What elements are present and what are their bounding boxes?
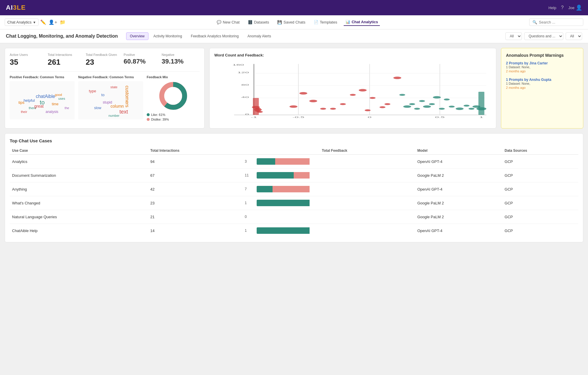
tab-overview[interactable]: Overview <box>126 32 148 40</box>
svg-point-42 <box>429 103 435 105</box>
chat-analytics-label: Chat Analytics <box>352 20 378 24</box>
alert-detail-1: 1 Dataset: None, <box>506 65 578 69</box>
filter-all-1[interactable]: All <box>505 32 522 40</box>
stats-panel: Active Users 35 Total Interactions 261 T… <box>5 48 205 129</box>
tab-feedback-analytics[interactable]: Feedback Analytics Monitoring <box>187 32 243 40</box>
donut-legend: Like: 61% Dislike: 39% <box>147 113 169 121</box>
alerts-panel: Anomalous Prompt Warnings 2 Prompts by J… <box>501 48 583 129</box>
search-icon: 🔍 <box>532 20 537 24</box>
scatter-panel: Word Count and Feedback: -1 -0.5 0 0.5 1 <box>209 48 496 129</box>
alert-item-1: 2 Prompts by Jina Carter 1 Dataset: None… <box>506 61 578 73</box>
svg-point-39 <box>403 105 411 108</box>
tab-anomaly-alerts[interactable]: Anomaly Alerts <box>244 32 275 40</box>
svg-point-32 <box>359 89 367 91</box>
filter-questions[interactable]: Questions and ... <box>524 32 563 40</box>
table-row: What's Changed 23 1 Google PaLM 2 GCP <box>10 196 578 210</box>
svg-point-34 <box>380 106 385 108</box>
search-input[interactable] <box>539 20 580 24</box>
cell-feedback-num: 0 <box>243 210 254 224</box>
dislike-color-dot <box>147 118 150 121</box>
svg-point-45 <box>456 108 464 110</box>
cell-model: OpenAI GPT-4 <box>415 182 502 196</box>
cell-interactions: 14 <box>148 224 242 238</box>
nav-templates[interactable]: 📄 Templates <box>312 19 339 26</box>
stats-row: Active Users 35 Total Interactions 261 T… <box>5 48 583 129</box>
table-section: Top Chat Use Cases Use Case Total Intera… <box>5 133 583 242</box>
breadcrumb-label: Chat Analytics <box>7 20 31 24</box>
chevron-down-icon: ▼ <box>33 21 36 24</box>
chat-analytics-icon: 📊 <box>345 20 350 24</box>
nav-chat-analytics[interactable]: 📊 Chat Analytics <box>344 19 380 26</box>
datasets-icon: 🗄️ <box>248 20 253 24</box>
svg-text:-1: -1 <box>251 116 257 119</box>
cell-use-case: Anything <box>10 182 148 196</box>
svg-rect-55 <box>253 98 259 115</box>
donut-chart <box>158 81 188 111</box>
svg-text:80: 80 <box>241 84 249 86</box>
nav-new-chat[interactable]: 💬 New Chat <box>215 19 241 26</box>
table-row: Natural Language Queries 21 0 Google PaL… <box>10 210 578 224</box>
stat-negative: Negative 39.13% <box>162 53 200 67</box>
cell-feedback-num: 7 <box>243 182 254 196</box>
alert-detail-2: 1 Dataset: None, <box>506 82 578 85</box>
user-menu[interactable]: Joe 👤 <box>568 4 582 11</box>
table-title: Top Chat Use Cases <box>10 138 578 143</box>
col-data-sources: Data Sources <box>502 147 578 155</box>
stats-numbers: Active Users 35 Total Interactions 261 T… <box>10 53 200 72</box>
scatter-chart: -1 -0.5 0 0.5 1 0 40 80 120 160 <box>214 61 491 123</box>
cell-interactions: 23 <box>148 196 242 210</box>
col-use-case: Use Case <box>10 147 148 155</box>
svg-point-30 <box>299 92 307 94</box>
folder-icon[interactable]: 📁 <box>60 19 66 25</box>
filter-all-2[interactable]: All <box>566 32 582 40</box>
svg-point-54 <box>444 99 450 100</box>
templates-icon: 📄 <box>314 20 318 24</box>
help-link[interactable]: Help <box>548 6 556 10</box>
word-cloud-word: time <box>52 102 59 106</box>
word-cloud-word: good <box>55 93 62 96</box>
cell-feedback-bar <box>254 155 415 169</box>
saved-chats-label: Saved Chats <box>283 20 305 24</box>
edit-icon[interactable]: ✏️ <box>40 19 46 25</box>
alert-name-1[interactable]: 2 Prompts by Jina Carter <box>506 61 578 65</box>
svg-point-53 <box>399 94 405 96</box>
legend-like: Like: 61% <box>147 113 169 116</box>
active-users-label: Active Users <box>10 53 48 56</box>
breadcrumb-select[interactable]: Chat Analytics ▼ <box>5 19 39 26</box>
cell-model: OpenAI GPT-4 <box>415 155 502 169</box>
total-interactions-value: 261 <box>48 58 86 67</box>
col-feedback: Total Feedback <box>254 147 415 155</box>
svg-point-51 <box>419 100 425 102</box>
word-cloud-word: helpful <box>24 98 35 103</box>
top-navigation: AI3LE Help ? Joe 👤 <box>0 0 588 15</box>
word-cloud-word: state <box>111 85 118 89</box>
word-cloud-word: type <box>89 89 96 93</box>
word-cloud-word: the <box>65 106 69 110</box>
svg-point-52 <box>433 96 441 99</box>
alerts-title: Anomalous Prompt Warnings <box>506 53 578 58</box>
nav-saved-chats[interactable]: 💾 Saved Chats <box>275 19 307 26</box>
table-row: ChatAible Help 14 1 OpenAI GPT-4 GCP <box>10 224 578 238</box>
stat-active-users: Active Users 35 <box>10 53 48 67</box>
negative-label: Negative <box>162 53 200 56</box>
svg-point-35 <box>365 109 370 111</box>
svg-point-47 <box>469 108 475 110</box>
like-color-dot <box>147 113 150 116</box>
alert-name-2[interactable]: 1 Prompts by Anshu Gupta <box>506 78 578 82</box>
word-cloud-word: number <box>108 114 119 117</box>
toolbar-left: Chat Analytics ▼ ✏️ 👤+ 📁 <box>5 19 66 26</box>
svg-point-37 <box>393 77 401 79</box>
feedback-mix-title: Feedback Mix <box>147 75 168 79</box>
svg-rect-56 <box>478 92 484 115</box>
tab-activity-monitoring[interactable]: Activity Monitoring <box>150 32 186 40</box>
toolbar-search[interactable]: 🔍 <box>529 19 583 26</box>
nav-datasets[interactable]: 🗄️ Datasets <box>246 19 271 26</box>
cell-feedback-bar <box>254 224 415 238</box>
cell-data-sources: GCP <box>502 210 578 224</box>
svg-text:0: 0 <box>368 116 372 119</box>
alert-item-2: 1 Prompts by Anshu Gupta 1 Dataset: None… <box>506 78 578 89</box>
word-cloud-word: analysis <box>46 110 58 114</box>
add-user-icon[interactable]: 👤+ <box>49 19 57 25</box>
svg-point-41 <box>423 105 431 108</box>
logo: AI3LE <box>6 4 26 11</box>
